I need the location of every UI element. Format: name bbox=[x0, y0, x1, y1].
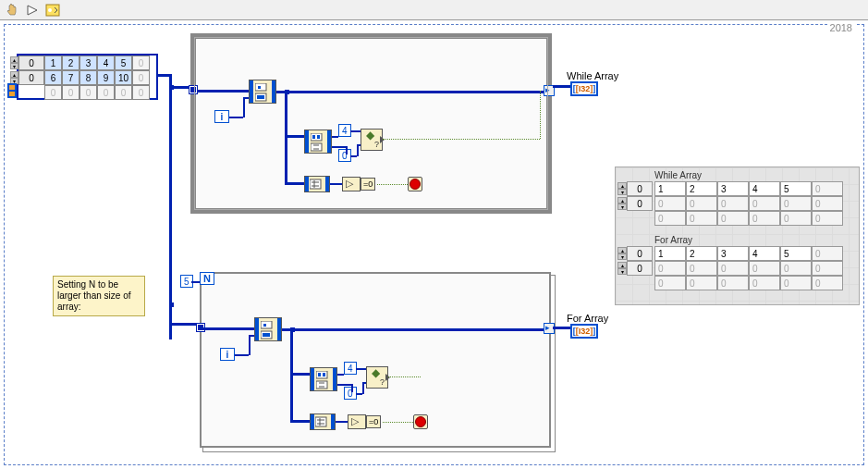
for-array-label: For Array bbox=[567, 313, 608, 324]
panel-idx-1[interactable]: ▴▾0 bbox=[627, 261, 653, 276]
panel-cell: 0 bbox=[717, 211, 749, 226]
svg-rect-13 bbox=[310, 179, 321, 189]
svg-rect-6 bbox=[258, 86, 261, 89]
svg-rect-4 bbox=[9, 92, 15, 96]
wire bbox=[357, 144, 359, 156]
wire bbox=[249, 335, 254, 337]
array-cell[interactable]: 5 bbox=[115, 56, 132, 70]
select-node[interactable] bbox=[366, 366, 388, 389]
spin-up-icon[interactable]: ▴ bbox=[10, 56, 18, 63]
array-size-node[interactable] bbox=[304, 176, 330, 192]
wire bbox=[362, 382, 366, 384]
wire bbox=[276, 91, 549, 93]
select-node[interactable] bbox=[361, 129, 383, 151]
array-cell[interactable]: 4 bbox=[97, 56, 115, 70]
wire bbox=[350, 130, 361, 132]
panel-cell: 0 bbox=[654, 261, 686, 276]
wire bbox=[351, 384, 353, 392]
panel-cell: 0 bbox=[749, 211, 780, 226]
array-index-1[interactable]: ▴▾ 0 bbox=[18, 70, 44, 85]
iteration-terminal[interactable]: i bbox=[220, 348, 235, 361]
array-terminal-icon bbox=[7, 83, 17, 98]
array-cell[interactable]: 3 bbox=[79, 56, 97, 70]
panel-cell: 0 bbox=[717, 196, 749, 211]
compare-node[interactable] bbox=[342, 177, 361, 191]
for-array-indicator[interactable]: [[I32]] bbox=[570, 324, 598, 339]
svg-rect-7 bbox=[255, 93, 266, 101]
panel-cell: 0 bbox=[812, 181, 843, 196]
panel-cell: 0 bbox=[780, 261, 812, 276]
svg-rect-15 bbox=[263, 324, 266, 327]
panel-grid: 123450000000000000 bbox=[654, 181, 843, 226]
panel-idx-0[interactable]: ▴▾0 bbox=[627, 246, 653, 261]
wire bbox=[346, 146, 348, 154]
numeric-constant-4[interactable]: 4 bbox=[344, 362, 357, 375]
boolean-wire bbox=[388, 376, 421, 377]
panel-cell: 0 bbox=[686, 196, 717, 211]
panel-cell: 0 bbox=[812, 211, 843, 226]
equal-zero-label: =0 bbox=[361, 178, 375, 191]
panel-cell: 0 bbox=[780, 276, 812, 290]
wire bbox=[553, 85, 570, 88]
svg-rect-17 bbox=[263, 333, 270, 337]
hand-tool-button[interactable] bbox=[4, 2, 20, 19]
wire bbox=[290, 373, 310, 376]
for-loop-structure[interactable]: N i 4 0 =0 bbox=[200, 272, 551, 448]
index-array-node[interactable] bbox=[254, 317, 282, 341]
panel-cell: 0 bbox=[686, 276, 717, 290]
spin-up-icon[interactable]: ▴ bbox=[10, 71, 18, 78]
array-cell[interactable]: 9 bbox=[97, 70, 115, 85]
panel-cell: 0 bbox=[812, 276, 843, 290]
n-terminal[interactable]: N bbox=[200, 272, 214, 285]
array-index-0[interactable]: ▴▾ 0 bbox=[18, 56, 44, 70]
input-tunnel[interactable] bbox=[189, 85, 198, 94]
while-loop-structure[interactable]: i 4 0 bbox=[190, 33, 552, 214]
stop-condition-terminal[interactable] bbox=[413, 414, 428, 429]
array-cell[interactable]: 6 bbox=[44, 70, 62, 85]
panel-cell: 4 bbox=[749, 181, 780, 196]
index-array-node[interactable] bbox=[249, 80, 276, 104]
array-cell[interactable]: 1 bbox=[44, 56, 62, 70]
boolean-wire bbox=[540, 91, 541, 139]
spin-down-icon[interactable]: ▾ bbox=[10, 63, 18, 69]
panel-cell: 0 bbox=[780, 211, 812, 226]
highlight-exec-button[interactable] bbox=[44, 2, 61, 19]
wire bbox=[337, 374, 344, 376]
iteration-terminal[interactable]: i bbox=[214, 110, 229, 123]
run-arrow-button[interactable] bbox=[24, 2, 41, 19]
while-array-indicator[interactable]: [[I32]] bbox=[570, 81, 598, 96]
panel-for-label: For Array bbox=[654, 235, 692, 245]
panel-cell: 2 bbox=[686, 181, 717, 196]
stop-terminal[interactable] bbox=[408, 177, 422, 191]
array-cell[interactable]: 0 bbox=[132, 85, 150, 100]
panel-cell: 0 bbox=[654, 276, 686, 290]
panel-cell: 4 bbox=[749, 246, 780, 261]
panel-idx-1[interactable]: ▴▾0 bbox=[627, 196, 653, 211]
array-cell[interactable]: 0 bbox=[97, 85, 115, 100]
index-array-node-2[interactable] bbox=[304, 130, 332, 154]
block-diagram-canvas: 2018 ▴▾ 0 ▴▾ 0 1234506789100000000 i bbox=[0, 20, 868, 469]
array-cell[interactable]: 0 bbox=[62, 85, 79, 100]
numeric-constant-0[interactable]: 0 bbox=[344, 387, 357, 400]
array-cell[interactable]: 0 bbox=[132, 56, 150, 70]
wire bbox=[337, 384, 351, 386]
array-cell[interactable]: 2 bbox=[62, 56, 79, 70]
compare-node[interactable] bbox=[348, 414, 366, 429]
array-size-node[interactable] bbox=[310, 413, 336, 430]
equal-zero-label: =0 bbox=[366, 415, 381, 428]
array-cell[interactable]: 0 bbox=[79, 85, 97, 100]
panel-idx-0[interactable]: ▴▾0 bbox=[627, 181, 653, 196]
array-grid: 1234506789100000000 bbox=[44, 56, 150, 100]
array-cell[interactable]: 10 bbox=[115, 70, 132, 85]
numeric-constant-4[interactable]: 4 bbox=[338, 124, 351, 137]
array-cell[interactable]: 0 bbox=[44, 85, 62, 100]
array-cell[interactable]: 8 bbox=[79, 70, 97, 85]
numeric-constant-0[interactable]: 0 bbox=[338, 149, 351, 162]
array-cell[interactable]: 7 bbox=[62, 70, 79, 85]
comment-label[interactable]: Setting N to be larger than size of arra… bbox=[53, 276, 145, 316]
index-array-node-2[interactable] bbox=[310, 367, 337, 391]
array-cell[interactable]: 0 bbox=[132, 70, 150, 85]
array-cell[interactable]: 0 bbox=[115, 85, 132, 100]
panel-cell: 0 bbox=[717, 261, 749, 276]
input-array-constant[interactable]: ▴▾ 0 ▴▾ 0 1234506789100000000 bbox=[17, 54, 158, 100]
